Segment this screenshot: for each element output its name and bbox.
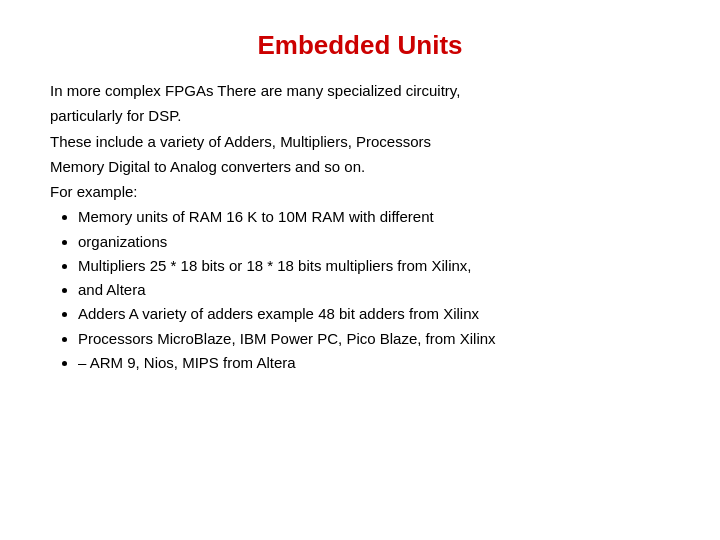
intro-line-1: In more complex FPGAs There are many spe… bbox=[50, 79, 670, 102]
list-item: Processors MicroBlaze, IBM Power PC, Pic… bbox=[78, 327, 670, 350]
list-item: and Altera bbox=[78, 278, 670, 301]
intro-line-2: particularly for DSP. bbox=[50, 104, 670, 127]
list-item: Multipliers 25 * 18 bits or 18 * 18 bits… bbox=[78, 254, 670, 277]
slide-body: In more complex FPGAs There are many spe… bbox=[50, 79, 670, 375]
bullet-list: Memory units of RAM 16 K to 10M RAM with… bbox=[50, 205, 670, 374]
intro-line-5: For example: bbox=[50, 180, 670, 203]
slide-container: Embedded Units In more complex FPGAs The… bbox=[0, 0, 720, 540]
list-item: Adders A variety of adders example 48 bi… bbox=[78, 302, 670, 325]
intro-line-3: These include a variety of Adders, Multi… bbox=[50, 130, 670, 153]
list-item: organizations bbox=[78, 230, 670, 253]
slide-title: Embedded Units bbox=[50, 30, 670, 61]
intro-line-4: Memory Digital to Analog converters and … bbox=[50, 155, 670, 178]
list-item: – ARM 9, Nios, MIPS from Altera bbox=[78, 351, 670, 374]
list-item: Memory units of RAM 16 K to 10M RAM with… bbox=[78, 205, 670, 228]
